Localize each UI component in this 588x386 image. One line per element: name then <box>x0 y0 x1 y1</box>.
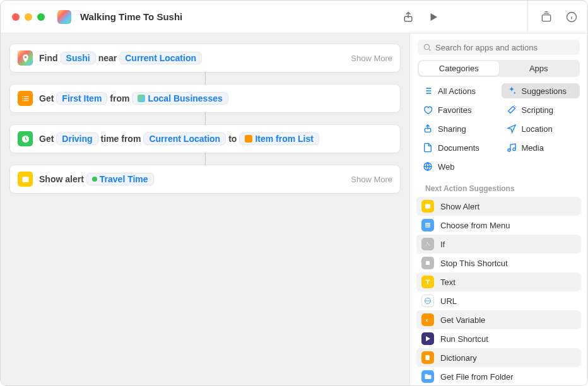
play-icon[interactable] <box>426 10 440 24</box>
traffic-lights <box>12 13 45 21</box>
connector <box>205 153 206 165</box>
magic-var-label: Item from List <box>255 134 314 144</box>
heart-icon <box>423 105 433 115</box>
category-label: Documents <box>438 143 479 153</box>
info-icon[interactable] <box>565 10 579 24</box>
window-title: Walking Time To Sushi <box>80 11 182 22</box>
svg-rect-1 <box>542 15 550 21</box>
var-icon: x <box>421 313 434 326</box>
tab-categories[interactable]: Categories <box>419 61 499 76</box>
magic-var-local-businesses[interactable]: Local Businesses <box>132 92 228 105</box>
wand-icon <box>507 105 517 115</box>
category-web[interactable]: Web <box>418 159 497 174</box>
url-icon <box>421 295 434 307</box>
suggestion-item[interactable]: xGet Variable <box>416 310 581 329</box>
category-label: Sharing <box>438 124 466 134</box>
svg-rect-10 <box>425 204 430 209</box>
action-find-places[interactable]: Find Sushi near Current Location Show Mo… <box>9 44 401 73</box>
search-input[interactable] <box>435 43 575 52</box>
svg-rect-11 <box>425 223 430 225</box>
action-get-item[interactable]: Get First Item from Local Businesses <box>9 84 401 113</box>
magic-var-icon <box>245 135 252 143</box>
suggestion-item[interactable]: Choose from Menu <box>416 216 581 235</box>
magic-var-item-from-list[interactable]: Item from List <box>239 132 319 145</box>
action-text: time from <box>101 134 141 144</box>
share-icon[interactable] <box>401 10 415 24</box>
suggestion-item[interactable]: Show Alert <box>416 197 581 216</box>
action-show-alert[interactable]: Show alert Travel Time Show More <box>9 165 401 194</box>
tab-apps[interactable]: Apps <box>499 61 579 76</box>
suggestion-label: Stop This Shortcut <box>440 259 508 268</box>
alert-icon <box>421 200 434 213</box>
suggestion-item[interactable]: Stop This Shortcut <box>416 254 581 272</box>
category-favorites[interactable]: Favorites <box>418 102 497 117</box>
titlebar: Walking Time To Sushi <box>1 1 587 33</box>
list-icon <box>423 86 433 96</box>
share-icon <box>423 124 433 134</box>
action-text: from <box>110 93 129 103</box>
category-label: All Actions <box>438 86 476 96</box>
arrow-icon <box>507 124 517 134</box>
close-window[interactable] <box>12 13 20 21</box>
action-verb: Find <box>39 53 58 63</box>
suggestion-item[interactable]: URL <box>416 291 581 310</box>
segmented-control[interactable]: Categories Apps <box>418 60 580 77</box>
action-body: Find Sushi near Current Location <box>39 52 202 64</box>
svg-point-7 <box>508 149 510 151</box>
text-icon <box>421 276 434 288</box>
workflow-editor[interactable]: Find Sushi near Current Location Show Mo… <box>1 33 409 385</box>
suggestion-item[interactable]: Get File from Folder <box>416 367 581 385</box>
param-query[interactable]: Sushi <box>61 52 96 64</box>
search-icon <box>423 43 432 52</box>
suggestion-label: URL <box>440 296 457 306</box>
svg-rect-14 <box>426 261 430 265</box>
sparkle-icon <box>507 86 517 96</box>
branch-icon <box>421 238 434 250</box>
action-verb: Get <box>39 93 54 103</box>
show-more-button[interactable]: Show More <box>351 175 392 184</box>
category-label: Web <box>438 162 455 172</box>
suggestion-item[interactable]: If <box>416 235 581 254</box>
category-scripting[interactable]: Scripting <box>502 102 580 117</box>
magic-var-icon <box>138 95 145 102</box>
minimize-window[interactable] <box>25 13 32 21</box>
action-body: Show alert Travel Time <box>39 173 154 185</box>
connector <box>205 113 206 124</box>
param-mode[interactable]: Driving <box>56 132 98 145</box>
menu-icon <box>421 219 434 231</box>
doc-icon <box>423 143 433 153</box>
param-location[interactable]: Current Location <box>119 52 202 64</box>
zoom-window[interactable] <box>37 13 45 21</box>
search-field[interactable] <box>418 40 580 55</box>
action-body: Get Driving time from Current Location t… <box>39 132 319 145</box>
action-body: Get First Item from Local Businesses <box>39 92 228 105</box>
magic-var-label: Travel Time <box>100 174 148 184</box>
library-icon[interactable] <box>539 10 553 24</box>
category-all[interactable]: All Actions <box>418 83 497 98</box>
globe-icon <box>423 161 433 172</box>
category-label: Suggestions <box>522 86 567 96</box>
suggestion-label: Show Alert <box>440 202 479 211</box>
param-item[interactable]: First Item <box>56 92 107 105</box>
shortcut-icon <box>57 10 71 24</box>
category-documents[interactable]: Documents <box>418 140 497 155</box>
category-location[interactable]: Location <box>502 121 580 136</box>
run-icon <box>421 332 434 345</box>
suggestion-label: Get File from Folder <box>440 372 514 382</box>
magic-var-travel-time[interactable]: Travel Time <box>86 173 154 185</box>
category-media[interactable]: Media <box>502 140 580 155</box>
svg-rect-13 <box>425 226 430 228</box>
param-origin[interactable]: Current Location <box>143 132 226 145</box>
search-row <box>410 33 587 60</box>
show-more-button[interactable]: Show More <box>351 54 392 63</box>
suggestion-item[interactable]: Text <box>416 272 581 291</box>
suggestion-item[interactable]: Dictionary <box>416 348 581 367</box>
list-header: Next Action Suggestions <box>416 180 581 197</box>
suggestion-item[interactable]: Run Shortcut <box>416 329 581 348</box>
action-travel-time[interactable]: Get Driving time from Current Location t… <box>9 124 401 153</box>
category-suggestions[interactable]: Suggestions <box>502 83 580 98</box>
category-sharing[interactable]: Sharing <box>418 121 497 136</box>
alert-icon <box>18 172 33 187</box>
suggestion-label: Dictionary <box>440 353 477 363</box>
clock-icon <box>18 131 33 146</box>
